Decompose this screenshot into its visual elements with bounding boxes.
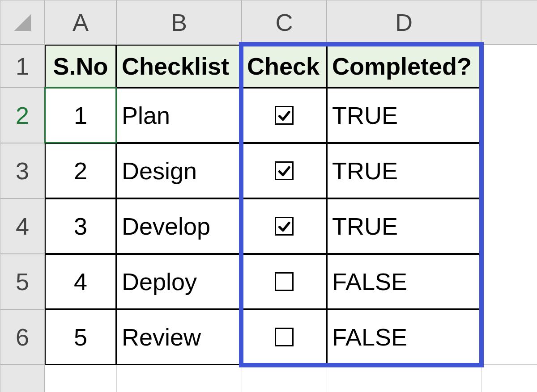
- cell-value: 2: [74, 157, 87, 185]
- cell-value: TRUE: [332, 101, 398, 129]
- cell-B3-checklist[interactable]: Design: [116, 143, 242, 198]
- spreadsheet-grid: A B C D 1 2 3 4 5 6 S.No Checklist Check…: [0, 0, 537, 392]
- checkbox-row-3[interactable]: [275, 217, 294, 236]
- row-7-blank[interactable]: [45, 365, 537, 392]
- cell-A3-sno[interactable]: 2: [45, 143, 116, 198]
- col-label: A: [72, 8, 89, 36]
- checkbox-row-2[interactable]: [275, 161, 294, 180]
- row-header-2[interactable]: 2: [0, 88, 45, 143]
- header-label: Checklist: [122, 52, 229, 80]
- cell-D2-completed[interactable]: TRUE: [327, 88, 481, 143]
- cell-D5-completed[interactable]: FALSE: [327, 254, 481, 309]
- column-header-next[interactable]: [481, 0, 537, 45]
- column-header-B[interactable]: B: [116, 0, 242, 45]
- cell-A5-sno[interactable]: 4: [45, 254, 116, 309]
- cell-C5-check[interactable]: [242, 254, 327, 309]
- cell-B1-header-checklist[interactable]: Checklist: [116, 45, 242, 88]
- cell-C3-check[interactable]: [242, 143, 327, 198]
- checkmark-icon: [277, 164, 291, 178]
- cell-D3-completed[interactable]: TRUE: [327, 143, 481, 198]
- checkbox-row-1[interactable]: [275, 106, 294, 125]
- cell-value: 3: [74, 212, 87, 240]
- row-label: 3: [16, 157, 29, 185]
- svg-marker-0: [14, 14, 30, 30]
- select-all-triangle-icon: [12, 9, 33, 36]
- row-header-5[interactable]: 5: [0, 254, 45, 309]
- row-label: 2: [16, 101, 29, 129]
- checkmark-icon: [277, 219, 291, 233]
- cell-empty-right[interactable]: [481, 45, 537, 365]
- row-label: 5: [16, 268, 29, 295]
- header-label: Check: [247, 52, 320, 80]
- col-label: D: [395, 8, 413, 36]
- cell-A1-header-sno[interactable]: S.No: [45, 45, 116, 88]
- row-header-6[interactable]: 6: [0, 309, 45, 365]
- cell-B6-checklist[interactable]: Review: [116, 309, 242, 365]
- row-header-4[interactable]: 4: [0, 198, 45, 254]
- cell-value: Develop: [122, 212, 210, 240]
- row-label: 4: [16, 212, 29, 240]
- cell-value: 4: [74, 268, 87, 295]
- cell-value: 5: [74, 323, 87, 351]
- cell-D1-header-completed[interactable]: Completed?: [327, 45, 481, 88]
- cell-C4-check[interactable]: [242, 198, 327, 254]
- cell-B4-checklist[interactable]: Develop: [116, 198, 242, 254]
- checkbox-row-5[interactable]: [275, 328, 294, 346]
- col-label: B: [171, 8, 187, 36]
- column-header-D[interactable]: D: [327, 0, 481, 45]
- cell-value: TRUE: [332, 157, 398, 185]
- select-all-corner[interactable]: [0, 0, 45, 45]
- cell-value: Review: [122, 323, 201, 351]
- cell-A4-sno[interactable]: 3: [45, 198, 116, 254]
- column-header-C[interactable]: C: [242, 0, 327, 45]
- row-label: 1: [16, 52, 29, 80]
- cell-value: Plan: [122, 101, 170, 129]
- row-header-7[interactable]: [0, 365, 45, 392]
- cell-C2-check[interactable]: [242, 88, 327, 143]
- column-header-A[interactable]: A: [45, 0, 116, 45]
- checkbox-row-4[interactable]: [275, 272, 294, 291]
- checkmark-icon: [277, 109, 291, 122]
- row-header-3[interactable]: 3: [0, 143, 45, 198]
- cell-value: Design: [122, 157, 197, 185]
- cell-A6-sno[interactable]: 5: [45, 309, 116, 365]
- cell-value: Deploy: [122, 268, 197, 295]
- cell-D4-completed[interactable]: TRUE: [327, 198, 481, 254]
- col-label: C: [276, 8, 293, 36]
- header-label: Completed?: [332, 52, 472, 80]
- cell-B2-checklist[interactable]: Plan: [116, 88, 242, 143]
- cell-value: FALSE: [332, 323, 407, 351]
- header-label: S.No: [53, 52, 108, 80]
- cell-value: FALSE: [332, 268, 407, 295]
- cell-C1-header-check[interactable]: Check: [242, 45, 327, 88]
- cell-A2-sno[interactable]: 1: [45, 88, 116, 143]
- cell-D6-completed[interactable]: FALSE: [327, 309, 481, 365]
- row-header-1[interactable]: 1: [0, 45, 45, 88]
- cell-C6-check[interactable]: [242, 309, 327, 365]
- cell-value: 1: [74, 101, 87, 129]
- cell-value: TRUE: [332, 212, 398, 240]
- row-label: 6: [16, 323, 29, 351]
- cell-B5-checklist[interactable]: Deploy: [116, 254, 242, 309]
